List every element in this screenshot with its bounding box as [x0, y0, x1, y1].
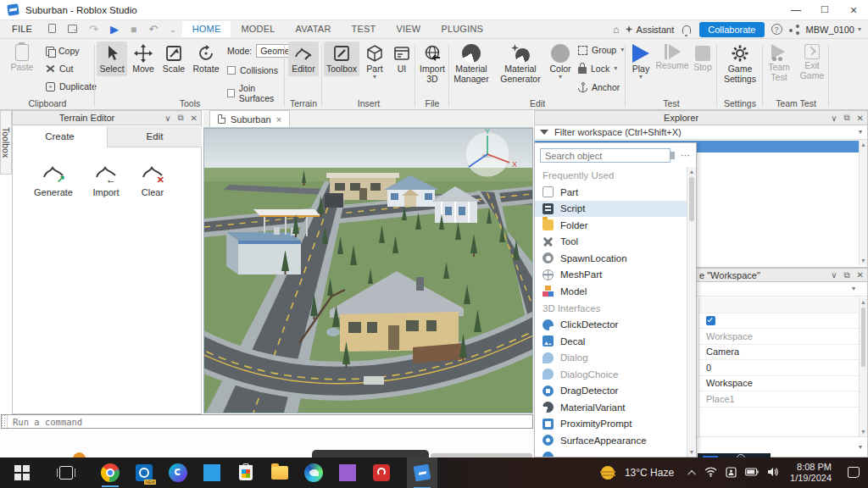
command-bar[interactable]: [1, 414, 533, 429]
tab-view[interactable]: VIEW: [386, 21, 431, 37]
panel-close-icon[interactable]: ✕: [191, 114, 198, 123]
scroll-up-icon[interactable]: ▲: [687, 169, 696, 175]
list-item[interactable]: Decal: [535, 333, 696, 350]
import-terrain-button[interactable]: ← Import: [84, 164, 128, 197]
list-item[interactable]: ProximityPrompt: [535, 416, 696, 433]
quick-play-icon[interactable]: ▶: [110, 23, 119, 36]
notification-center-icon[interactable]: [848, 467, 860, 480]
teams-tray-icon[interactable]: [726, 467, 737, 480]
material-generator-button[interactable]: Material Generator: [497, 42, 544, 86]
viewport-tab-close-icon[interactable]: ×: [276, 114, 281, 125]
terrain-editor-header[interactable]: Terrain Editor ∨ ⧉ ✕: [12, 110, 202, 125]
scroll-down-icon[interactable]: ▼: [860, 258, 867, 263]
edge-icon[interactable]: [303, 463, 324, 483]
panel-float-icon[interactable]: ⧉: [843, 113, 849, 123]
microsoft-store-icon[interactable]: [236, 463, 256, 483]
chrome-icon[interactable]: [100, 463, 120, 483]
list-item[interactable]: DragDetector: [535, 383, 696, 400]
group-button[interactable]: Group▾: [578, 45, 624, 55]
outlook-icon[interactable]: NEW: [134, 463, 154, 483]
clock-tray[interactable]: 8:08 PM 1/19/2024: [790, 462, 832, 484]
play-button[interactable]: Play ▾: [627, 42, 654, 82]
checkbox-checked[interactable]: [706, 316, 715, 325]
list-item[interactable]: SpawnLocation: [535, 250, 696, 267]
property-row[interactable]: Workspace: [699, 376, 859, 392]
toolbox-side-tab[interactable]: Toolbox: [0, 110, 12, 175]
file-explorer-icon[interactable]: [270, 463, 290, 483]
property-row[interactable]: Workspace: [699, 329, 859, 345]
wifi-icon[interactable]: [704, 467, 717, 479]
move-tool-button[interactable]: Move: [129, 42, 158, 76]
weather-icon[interactable]: [599, 464, 616, 481]
explorer-filter-row[interactable]: Filter workspace (Ctrl+Shift+X) ▾: [535, 125, 867, 140]
account-menu[interactable]: MBW_0100: [806, 25, 854, 35]
scroll-up-icon[interactable]: ▲: [860, 299, 867, 305]
toolbox-button[interactable]: Toolbox: [324, 42, 359, 76]
lock-button[interactable]: Lock▾: [578, 64, 617, 74]
explorer-scrollbar[interactable]: ▲ ▼: [859, 140, 867, 265]
list-item[interactable]: Part: [535, 184, 696, 201]
tab-avatar[interactable]: AVATAR: [286, 21, 342, 37]
canva-icon[interactable]: [168, 463, 188, 483]
collaborate-button[interactable]: Collaborate: [699, 22, 764, 37]
list-item[interactable]: ClickDetector: [535, 317, 696, 334]
clear-terrain-button[interactable]: ✕ Clear: [133, 164, 172, 197]
list-item[interactable]: Folder: [535, 217, 696, 234]
maximize-button[interactable]: ☐: [810, 0, 839, 19]
scroll-down-icon[interactable]: ▼: [687, 449, 696, 455]
viewport-tab-suburban[interactable]: Suburban ×: [209, 110, 290, 127]
start-button-icon[interactable]: [12, 463, 32, 483]
scroll-down-icon[interactable]: ▼: [860, 429, 867, 435]
terrain-editor-button[interactable]: Editor: [288, 42, 319, 76]
property-row[interactable]: 0: [699, 360, 859, 376]
minimize-button[interactable]: —: [782, 0, 810, 19]
insert-ui-button[interactable]: UI: [390, 42, 414, 76]
generate-terrain-button[interactable]: ↗ Generate: [28, 164, 79, 197]
publish-icon[interactable]: ⌂: [613, 24, 619, 36]
terrain-tab-edit[interactable]: Edit: [108, 126, 202, 147]
collisions-row[interactable]: Collisions: [227, 65, 278, 75]
tab-test[interactable]: TEST: [342, 21, 387, 37]
share-icon[interactable]: [789, 25, 799, 35]
property-row[interactable]: [699, 297, 859, 313]
explorer-header[interactable]: Explorer ∨ ⧉ ✕: [534, 110, 868, 125]
task-view-icon[interactable]: [56, 463, 76, 483]
import-3d-button[interactable]: Import 3D: [415, 42, 449, 86]
list-item[interactable]: MeshPart: [535, 267, 696, 284]
collisions-checkbox[interactable]: [227, 66, 236, 75]
panel-close-icon[interactable]: ✕: [857, 270, 864, 280]
redo-icon[interactable]: ↷: [89, 23, 98, 36]
panel-collapse-icon[interactable]: ∨: [164, 114, 170, 123]
search-object-input[interactable]: [540, 148, 670, 163]
properties-scrollbar[interactable]: ▲ ▼: [859, 297, 867, 436]
property-row[interactable]: Place1: [699, 391, 859, 408]
cut-button[interactable]: Cut: [46, 64, 73, 74]
command-input[interactable]: [8, 416, 532, 428]
popup-more-icon[interactable]: ⋯: [681, 150, 691, 161]
panel-float-icon[interactable]: ⧉: [177, 113, 183, 123]
scroll-up-icon[interactable]: ▲: [860, 141, 867, 147]
join-surfaces-checkbox[interactable]: [227, 89, 235, 97]
open-file-icon[interactable]: →: [68, 24, 77, 36]
undo-icon[interactable]: ↶: [148, 23, 158, 36]
roblox-studio-taskbar-icon[interactable]: [412, 463, 432, 483]
viewport-3d-scene[interactable]: Back Y X: [203, 128, 533, 413]
game-settings-button[interactable]: Game Settings: [721, 42, 760, 86]
file-menu[interactable]: FILE: [2, 21, 42, 37]
tab-model[interactable]: MODEL: [231, 21, 285, 37]
list-item[interactable]: Script: [535, 201, 696, 218]
terrain-tab-create[interactable]: Create: [13, 126, 108, 147]
popup-scrollbar[interactable]: ▲ ▼: [687, 167, 696, 457]
close-button[interactable]: ×: [839, 0, 868, 19]
color-button[interactable]: Color ▾: [546, 42, 575, 82]
vscode-icon[interactable]: [202, 463, 222, 483]
panel-collapse-icon[interactable]: ∨: [831, 270, 837, 280]
tray-chevron-icon[interactable]: [690, 468, 696, 478]
battery-icon[interactable]: [745, 468, 759, 478]
list-item[interactable]: Tool: [535, 234, 696, 251]
select-tool-button[interactable]: Select: [97, 42, 127, 76]
panel-close-icon[interactable]: ✕: [857, 114, 864, 123]
command-bar-grip-icon[interactable]: [2, 415, 8, 428]
assistant-button[interactable]: Assistant: [637, 25, 675, 35]
insert-part-button[interactable]: Part ▾: [361, 42, 388, 82]
